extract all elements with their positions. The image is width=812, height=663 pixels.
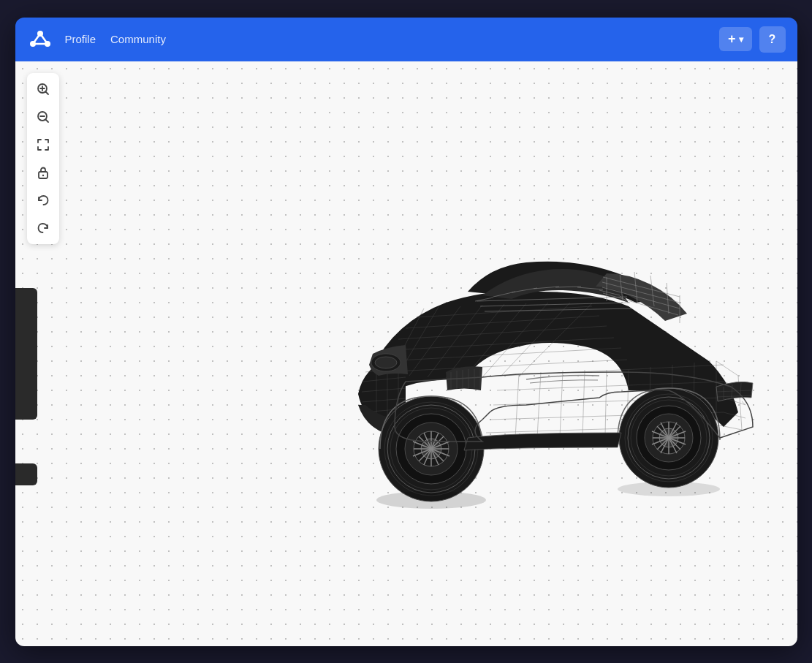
svg-line-39 — [605, 370, 607, 436]
redo-button[interactable] — [30, 215, 56, 241]
svg-point-63 — [375, 357, 397, 368]
help-button[interactable]: ? — [759, 26, 786, 53]
navbar-actions: + ▾ ? — [719, 26, 786, 53]
zoom-in-button[interactable] — [30, 76, 56, 102]
svg-line-9 — [45, 91, 48, 94]
left-panel-bottom — [15, 463, 37, 485]
nav-community[interactable]: Community — [110, 33, 166, 45]
zoom-out-button[interactable] — [30, 104, 56, 130]
svg-point-103 — [618, 482, 720, 496]
app-logo — [27, 26, 53, 53]
app-window: Profile Community + ▾ ? — [15, 18, 797, 646]
svg-line-49 — [720, 425, 742, 430]
add-button[interactable]: + ▾ — [719, 27, 752, 51]
left-panel-top — [15, 288, 37, 420]
svg-line-35 — [515, 374, 519, 438]
svg-point-14 — [42, 174, 43, 175]
svg-line-12 — [45, 119, 48, 122]
navbar: Profile Community + ▾ ? — [15, 18, 797, 61]
undo-button[interactable] — [30, 187, 56, 213]
canvas-area[interactable]: .wire { stroke: #555; stroke-width: 0.5;… — [15, 61, 797, 646]
navbar-links: Profile Community — [65, 33, 719, 45]
toolbar — [27, 73, 59, 244]
svg-point-102 — [376, 491, 486, 509]
fit-button[interactable] — [30, 132, 56, 158]
svg-line-3 — [33, 34, 40, 44]
car-3d-model: .wire { stroke: #555; stroke-width: 0.5;… — [212, 178, 767, 529]
nav-profile[interactable]: Profile — [65, 33, 96, 45]
plus-icon: + — [728, 31, 736, 47]
svg-line-4 — [40, 34, 48, 44]
dropdown-icon: ▾ — [739, 34, 743, 45]
lock-button[interactable] — [30, 159, 56, 186]
